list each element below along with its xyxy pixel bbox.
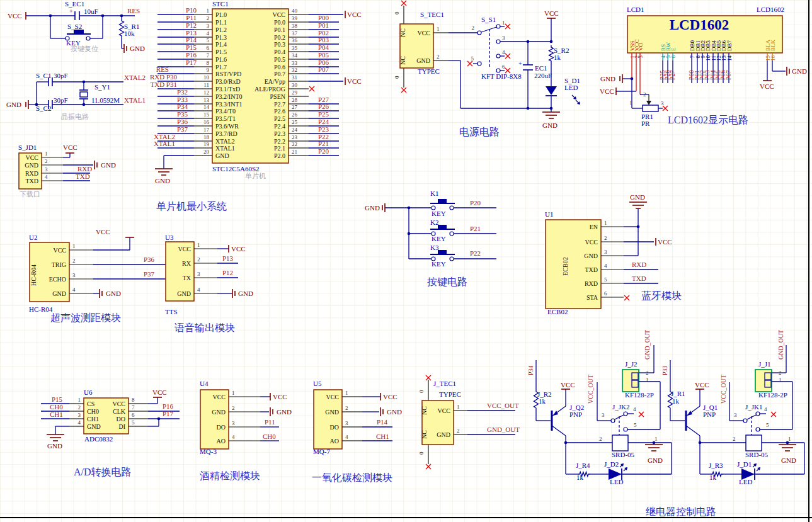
power-port-label: GND <box>781 457 796 464</box>
net-label: P36 <box>177 118 188 125</box>
pin-number: 3 <box>45 166 48 173</box>
designator-label: 1k <box>709 474 717 481</box>
pin-number: 2 <box>207 15 210 21</box>
pin-number: 19 <box>203 141 210 147</box>
junction-dot <box>120 14 123 18</box>
contact-circle <box>611 419 615 423</box>
designator: U1 <box>545 210 553 218</box>
pin-number: 3 <box>345 420 348 426</box>
pin-number: 26 <box>292 111 298 118</box>
net-label: RXD <box>77 165 92 173</box>
pin-name: GND <box>416 57 430 64</box>
contact-circle <box>756 412 760 416</box>
pin-number: 2 <box>733 436 736 442</box>
contact-circle <box>624 412 627 416</box>
schematic-sheet: VCCS_EC1+10uFS_S2KEY按键复位RESS_R110kGNDS_C… <box>0 0 812 522</box>
pin-name: GND <box>25 162 38 169</box>
pin-number: 3 <box>72 272 76 278</box>
pin-name: P1.4 <box>215 41 227 48</box>
annotation-label: 按键复位 <box>71 45 98 52</box>
pin-name: GND <box>325 409 339 416</box>
pin-name: P3.2/INT0 <box>215 93 243 100</box>
power-port-label: GND <box>387 408 402 416</box>
pin-name: P1.6 <box>215 56 227 63</box>
designator-label: S_Y1 <box>94 83 110 91</box>
pin-name: XTAL1 <box>215 145 235 152</box>
power-port-label: VCC <box>152 389 167 396</box>
net-label: P23 <box>318 125 329 133</box>
pin-name: GND <box>437 431 450 438</box>
pin-name: VCC <box>53 247 66 254</box>
power-port-label: VCC <box>347 77 362 85</box>
pin-name: TRIG <box>52 261 66 268</box>
pin-number: 1 <box>207 8 210 14</box>
designator-label: KEY <box>432 260 446 268</box>
schematic-text: ECB02 <box>562 257 569 275</box>
pin-name: DO <box>217 424 226 431</box>
net-label: P03 <box>318 36 329 43</box>
pin-number: 3 <box>78 412 81 418</box>
pin-number: 1 <box>345 390 348 396</box>
net-label: P33 <box>661 365 668 375</box>
pin-number: 5 <box>634 422 637 428</box>
pin-name: P2.5 <box>274 115 285 122</box>
power-port-label: VCC <box>658 238 672 246</box>
designator-label: J_D1 <box>737 460 752 468</box>
pin-name: P3.7/RD <box>215 130 237 137</box>
pin-number: 7 <box>207 52 210 59</box>
pin-number: 18 <box>203 134 210 140</box>
power-port-label: GND <box>648 457 663 464</box>
designator: U2 <box>29 234 37 241</box>
pin-number: 1 <box>197 242 200 248</box>
pin-number: 28 <box>292 97 298 103</box>
designator: STC1 <box>212 0 229 8</box>
pin-number: 2 <box>345 405 348 411</box>
net-label: P27 <box>669 70 676 80</box>
pin-number: 2 <box>45 158 48 164</box>
designator-label: J_J1 <box>758 360 771 368</box>
junction-dot <box>631 77 634 81</box>
pin-name: DO <box>330 424 339 431</box>
designator-label: KEY <box>432 235 446 242</box>
pin-number: 3 <box>638 55 644 59</box>
pin-name: AO <box>217 438 226 445</box>
comment: MQ-3 <box>200 448 217 455</box>
pin-number: 0 <box>394 11 400 14</box>
annotation-label: 下载口 <box>20 190 40 198</box>
net-label: P21 <box>318 140 329 147</box>
contact-circle <box>450 232 454 235</box>
designator-label: KFT DIP-8X8 <box>481 72 522 80</box>
pin-name: P0.5 <box>274 56 285 63</box>
net-label: CH0 <box>50 403 63 411</box>
pin-name: GND <box>87 423 101 430</box>
comment: LCD1602 <box>757 6 784 13</box>
caption-bluetooth: 蓝牙模块 <box>641 290 682 301</box>
pin-number: 4 <box>207 30 210 37</box>
designator-label: 220uF <box>534 72 552 79</box>
caption-adc: A/D转换电路 <box>74 467 132 477</box>
pin-number: 4 <box>197 287 200 293</box>
schematic-text: + <box>69 8 73 14</box>
net-label: P01 <box>318 21 329 29</box>
power-port-label: VCC <box>273 393 287 400</box>
contact-circle <box>450 206 454 210</box>
designator: U5 <box>313 380 322 387</box>
pin-number: 4 <box>345 434 348 440</box>
pin-number: 10 <box>203 74 210 81</box>
pin-number: 1 <box>655 436 658 442</box>
pin-name: GND <box>215 152 229 159</box>
junction-dot <box>527 107 530 110</box>
pin-name: P2.2 <box>274 138 285 145</box>
pin-name: VCC <box>25 154 38 161</box>
pin-name: GND <box>584 252 598 259</box>
pin-name: P1.0 <box>215 11 227 18</box>
designator-label: KEY <box>432 210 446 217</box>
junction-dot <box>550 107 553 110</box>
schematic-canvas[interactable]: VCCS_EC1+10uFS_S2KEY按键复位RESS_R110kGNDS_C… <box>0 0 812 522</box>
pin-number: 20 <box>203 149 210 155</box>
pin-name: P3.1/TxD <box>215 86 240 93</box>
caption-ultrasonic: 超声波测距模块 <box>50 312 121 323</box>
annotation-label: 晶振电路 <box>61 113 89 120</box>
net-label: P32 <box>177 88 188 96</box>
designator-label: J_R4 <box>576 462 590 469</box>
